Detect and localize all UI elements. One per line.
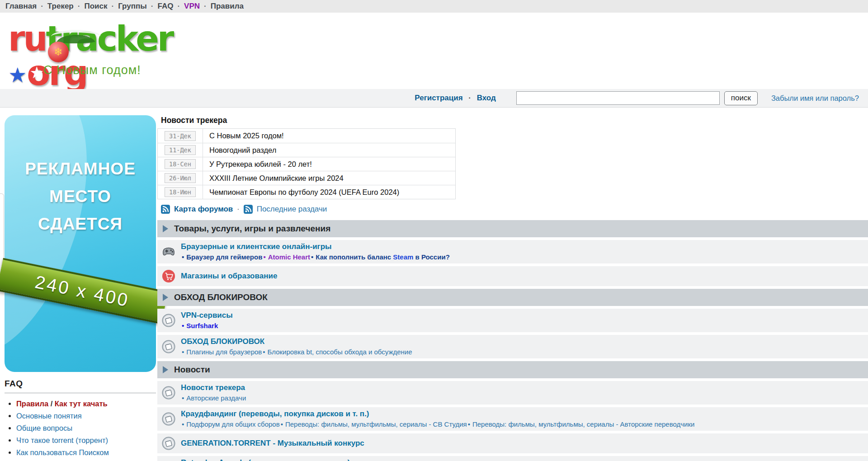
- forum-row: Краудфандинг (переводы, покупка дисков и…: [157, 407, 868, 431]
- bullet: •: [182, 253, 184, 261]
- ad-banner[interactable]: РЕКЛАМНОЕ МЕСТО СДАЕТСЯ 240 x 400: [5, 115, 156, 372]
- search-button[interactable]: поиск: [724, 91, 758, 105]
- nav-item-поиск[interactable]: Поиск: [84, 2, 107, 11]
- news-item-link[interactable]: У Рутрекера юбилей - 20 лет!: [203, 160, 312, 169]
- subforum-link[interactable]: Переводы: фильмы, мультфильмы, сериалы -…: [285, 420, 467, 428]
- news-date-cell: 11-Дек: [158, 143, 203, 157]
- collapse-arrow-icon: [163, 225, 168, 232]
- forum-link[interactable]: Браузерные и клиентские онлайн-игры: [181, 242, 863, 251]
- subforum-links: •Подфорум для общих сборов•Переводы: фил…: [181, 420, 863, 428]
- forum-sections: Товары, услуги, игры и развлеченияБраузе…: [157, 220, 868, 461]
- bullet: •: [182, 394, 184, 402]
- logo-blue-star-icon: ★: [8, 65, 27, 85]
- nav-item-vpn[interactable]: VPN: [184, 2, 200, 11]
- folder-icon: [162, 412, 175, 426]
- nav-item-правила[interactable]: Правила: [211, 2, 244, 11]
- login-link[interactable]: Вход: [477, 94, 496, 102]
- subforum-link[interactable]: Подфорум для общих сборов: [186, 420, 279, 428]
- forum-row: Новости трекера•Авторские раздачи: [157, 381, 868, 405]
- folder-icon: [162, 386, 175, 400]
- subforum-link[interactable]: Блокировка bt, способы обхода и обсужден…: [268, 348, 412, 356]
- faq-item-rules: Правила / Как тут качать: [16, 398, 156, 410]
- news-date-badge[interactable]: 11-Дек: [165, 145, 196, 155]
- section-header[interactable]: Новости: [157, 361, 868, 378]
- subforum-link[interactable]: Плагины для браузеров: [186, 348, 262, 356]
- faq-panel: FAQ Правила / Как тут качать Основные по…: [5, 379, 156, 461]
- bullet: •: [468, 420, 470, 428]
- faq-link[interactable]: Основные понятия: [16, 412, 82, 420]
- news-title: Новости трекера: [161, 116, 868, 125]
- nav-item-группы[interactable]: Группы: [118, 2, 147, 11]
- forum-row: ОБХОД БЛОКИРОВОК•Плагины для браузеров•Б…: [157, 335, 868, 358]
- subforum-link[interactable]: Как пополнить баланс Steam в России?: [316, 253, 450, 261]
- subforum-link[interactable]: Переводы: фильмы, мультфильмы, сериалы -…: [472, 420, 694, 428]
- forum-link[interactable]: Краудфандинг (переводы, покупка дисков и…: [181, 409, 863, 419]
- main-content: Новости трекера 31-ДекС Новым 2025 годом…: [157, 114, 868, 461]
- faq-item: Кому задать вопрос: [16, 459, 156, 461]
- forgot-password-link[interactable]: Забыли имя или пароль?: [771, 94, 859, 103]
- forum-row: Rutracker Awards (мероприятия и конкурсы…: [157, 456, 868, 461]
- news-row: 18-СенУ Рутрекера юбилей - 20 лет!: [158, 157, 455, 171]
- faq-title: FAQ: [5, 379, 156, 393]
- section-header[interactable]: Товары, услуги, игры и развлечения: [157, 220, 868, 237]
- bullet: •: [182, 322, 184, 329]
- subforum-link[interactable]: Atomic Heart: [268, 253, 310, 261]
- auth-links: Регистрация · Вход: [415, 94, 496, 103]
- news-item-link[interactable]: С Новым 2025 годом!: [203, 132, 284, 140]
- subforum-link[interactable]: Авторские раздачи: [186, 394, 246, 402]
- top-nav: Главная·Трекер·Поиск·Группы·FAQ·VPN·Прав…: [0, 0, 868, 13]
- auth-separator: ·: [468, 94, 471, 102]
- logo-tagline: С Новым годом!: [43, 63, 141, 77]
- bullet: •: [182, 348, 184, 356]
- site-logo[interactable]: rutracker★org★ ❄ С Новым годом!: [8, 22, 189, 80]
- forum-link[interactable]: GENERATION.TORRENT - Музыкальный конкурс: [181, 438, 863, 448]
- nav-item-faq[interactable]: FAQ: [157, 2, 173, 11]
- nav-separator: ·: [151, 2, 154, 11]
- subforum-link[interactable]: Surfshark: [186, 322, 218, 329]
- nav-item-главная[interactable]: Главная: [5, 2, 37, 11]
- forum-link[interactable]: Магазины и образование: [181, 271, 863, 281]
- section-header[interactable]: ОБХОД БЛОКИРОВОК: [157, 289, 868, 306]
- news-row: 31-ДекС Новым 2025 годом!: [158, 129, 455, 143]
- forum-link[interactable]: ОБХОД БЛОКИРОВОК: [181, 337, 863, 346]
- faq-link[interactable]: Общие вопросы: [16, 424, 72, 432]
- folder-icon: [162, 340, 175, 353]
- faq-item: Основные понятия: [16, 410, 156, 422]
- ad-banner-sheen: [5, 115, 156, 372]
- latest-releases-link[interactable]: Последние раздачи: [257, 205, 327, 214]
- nav-item-трекер[interactable]: Трекер: [47, 2, 74, 11]
- nav-separator: ·: [111, 2, 114, 11]
- news-date-badge[interactable]: 26-Июл: [165, 173, 196, 183]
- forum-link[interactable]: Rutracker Awards (мероприятия и конкурсы…: [181, 458, 863, 461]
- faq-link[interactable]: Как пользоваться Поиском: [16, 448, 109, 456]
- how-to-download-link[interactable]: Как тут качать: [55, 400, 108, 408]
- news-item-link[interactable]: XXXIII Летние Олимпийские игры 2024: [203, 174, 344, 183]
- news-table: 31-ДекС Новым 2025 годом!11-ДекНовогодни…: [157, 128, 456, 199]
- news-row: 18-ИюнЧемпионат Европы по футболу 2024 (…: [158, 185, 455, 199]
- faq-item: Как пользоваться Поиском: [16, 447, 156, 459]
- logo-white-star-icon: ★: [29, 65, 44, 81]
- search-input[interactable]: [516, 91, 720, 105]
- bullet: •: [311, 253, 313, 261]
- feeds-row: Карта форумов · Последние раздачи: [161, 205, 868, 214]
- news-date-badge[interactable]: 18-Сен: [165, 159, 196, 169]
- nav-separator: ·: [78, 2, 80, 11]
- subforum-link[interactable]: Браузер для геймеров: [186, 253, 262, 261]
- news-item-link[interactable]: Чемпионат Европы по футболу 2024 (UEFA E…: [203, 188, 399, 197]
- forum-row: GENERATION.TORRENT - Музыкальный конкурс: [157, 433, 868, 453]
- news-item-link[interactable]: Новогодний раздел: [203, 146, 276, 155]
- faq-link[interactable]: Что такое torrent (торрент): [16, 436, 108, 444]
- collapse-arrow-icon: [163, 294, 168, 301]
- register-link[interactable]: Регистрация: [415, 94, 462, 102]
- ad-banner-text: РЕКЛАМНОЕ МЕСТО СДАЕТСЯ: [5, 155, 156, 238]
- news-date-cell: 31-Дек: [158, 129, 203, 143]
- christmas-bauble-icon: ❄: [48, 42, 69, 62]
- news-date-badge[interactable]: 31-Дек: [165, 131, 196, 141]
- collapse-arrow-icon: [163, 366, 168, 373]
- rules-link[interactable]: Правила: [16, 400, 48, 408]
- forum-map-link[interactable]: Карта форумов: [174, 205, 233, 214]
- forum-link[interactable]: Новости трекера: [181, 383, 863, 392]
- forum-link[interactable]: VPN-сервисы: [181, 310, 863, 320]
- faq-item: Что такое torrent (торрент): [16, 434, 156, 447]
- news-date-badge[interactable]: 18-Июн: [165, 187, 196, 197]
